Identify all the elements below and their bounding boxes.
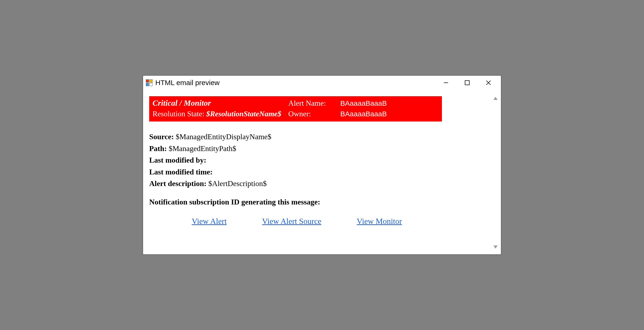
last-modified-by-label: Last modified by: bbox=[149, 156, 206, 164]
owner-value: BAaaaaBaaaB bbox=[340, 110, 387, 118]
app-icon bbox=[146, 79, 152, 86]
view-monitor-link[interactable]: View Monitor bbox=[357, 217, 402, 226]
source-label: Source: bbox=[149, 132, 174, 141]
scroll-down-icon[interactable] bbox=[492, 244, 498, 250]
alert-name-value: BAaaaaBaaaB bbox=[340, 99, 387, 107]
scroll-up-icon[interactable] bbox=[492, 95, 498, 101]
owner-label: Owner: bbox=[288, 109, 311, 118]
alert-description-label: Alert description: bbox=[149, 179, 206, 188]
alert-header: Critical / Monitor Alert Name: BAaaaaBaa… bbox=[149, 96, 442, 121]
titlebar: HTML email preview bbox=[143, 76, 501, 90]
client-area: Critical / Monitor Alert Name: BAaaaaBaa… bbox=[143, 90, 501, 254]
close-button[interactable] bbox=[478, 77, 499, 89]
alert-name-label: Alert Name: bbox=[288, 99, 326, 107]
action-links: View Alert View Alert Source View Monito… bbox=[149, 217, 442, 226]
path-label: Path: bbox=[149, 144, 167, 153]
severity-source: Critical / Monitor bbox=[152, 99, 211, 107]
svg-marker-5 bbox=[494, 245, 498, 248]
window-title: HTML email preview bbox=[155, 79, 220, 87]
subscription-id-label: Notification subscription ID generating … bbox=[149, 198, 320, 206]
window-controls bbox=[435, 77, 499, 89]
svg-rect-1 bbox=[465, 81, 469, 85]
maximize-button[interactable] bbox=[456, 77, 478, 89]
resolution-state-value: $ResolutionStateName$ bbox=[206, 109, 282, 118]
last-modified-time-label: Last modified time: bbox=[149, 168, 212, 176]
alert-body: Source: $ManagedEntityDisplayName$ Path:… bbox=[149, 131, 442, 190]
preview-window: HTML email preview bbox=[142, 75, 502, 255]
view-alert-source-link[interactable]: View Alert Source bbox=[262, 217, 321, 226]
alert-description-value: $AlertDescription$ bbox=[208, 179, 267, 188]
resolution-state-label: Resolution State: bbox=[152, 109, 204, 118]
svg-marker-4 bbox=[494, 97, 498, 100]
view-alert-link[interactable]: View Alert bbox=[192, 217, 227, 226]
source-value: $ManagedEntityDisplayName$ bbox=[176, 132, 271, 141]
minimize-button[interactable] bbox=[435, 77, 456, 89]
path-value: $ManagedEntityPath$ bbox=[169, 144, 236, 153]
